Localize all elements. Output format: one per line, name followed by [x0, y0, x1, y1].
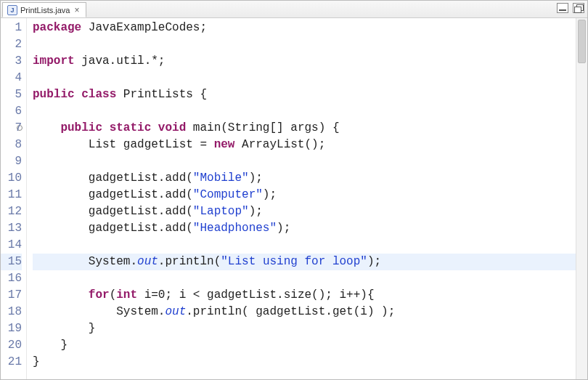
- line-number: 6: [1, 103, 22, 120]
- code-line[interactable]: System.out.println( gadgetList.get(i) );: [33, 304, 587, 320]
- window-controls: [557, 3, 584, 13]
- line-number: 7: [1, 120, 22, 137]
- line-number: 4: [1, 70, 22, 86]
- editor-tab[interactable]: J PrintLists.java ×: [2, 2, 86, 17]
- code-line[interactable]: [33, 237, 587, 254]
- code-line[interactable]: [33, 103, 587, 120]
- code-line[interactable]: }: [33, 354, 587, 371]
- line-number: 9: [1, 153, 22, 170]
- line-number: 16: [1, 270, 22, 287]
- line-number: 18: [1, 304, 22, 320]
- editor-area: 123456789101112131415161718192021 packag…: [1, 18, 587, 379]
- line-number: 19: [1, 320, 22, 337]
- line-number: 20: [1, 337, 22, 354]
- java-file-icon: J: [7, 5, 17, 15]
- code-line[interactable]: gadgetList.add("Computer");: [33, 187, 587, 203]
- line-number-gutter: 123456789101112131415161718192021: [1, 18, 27, 379]
- code-line[interactable]: package JavaExampleCodes;: [33, 20, 587, 36]
- code-line[interactable]: [33, 70, 587, 86]
- code-line[interactable]: public static void main(String[] args) {: [33, 120, 587, 137]
- line-number: 15: [1, 254, 22, 270]
- line-number: 2: [1, 36, 22, 53]
- code-line[interactable]: [33, 36, 587, 53]
- line-number: 11: [1, 187, 22, 203]
- scrollbar-thumb[interactable]: [578, 20, 586, 63]
- code-line[interactable]: import java.util.*;: [33, 53, 587, 70]
- close-tab-icon[interactable]: ×: [73, 5, 81, 15]
- line-number: 13: [1, 220, 22, 237]
- line-number: 14: [1, 237, 22, 254]
- line-number: 8: [1, 137, 22, 153]
- code-line[interactable]: System.out.println("List using for loop"…: [33, 254, 587, 270]
- tab-filename: PrintLists.java: [20, 6, 70, 15]
- vertical-scrollbar[interactable]: [576, 18, 587, 379]
- code-line[interactable]: }: [33, 337, 587, 354]
- code-content[interactable]: package JavaExampleCodes; import java.ut…: [27, 18, 587, 379]
- code-line[interactable]: gadgetList.add("Laptop");: [33, 203, 587, 220]
- code-line[interactable]: List gadgetList = new ArrayList();: [33, 137, 587, 153]
- line-number: 21: [1, 354, 22, 371]
- titlebar: J PrintLists.java ×: [1, 1, 587, 18]
- code-line[interactable]: gadgetList.add("Mobile");: [33, 170, 587, 187]
- line-number: 3: [1, 53, 22, 70]
- line-number: 12: [1, 203, 22, 220]
- minimize-button[interactable]: [557, 3, 568, 13]
- code-line[interactable]: for(int i=0; i < gadgetList.size(); i++)…: [33, 287, 587, 304]
- line-number: 1: [1, 20, 22, 36]
- line-number: 5: [1, 86, 22, 103]
- line-number: 10: [1, 170, 22, 187]
- code-line[interactable]: public class PrintLists {: [33, 86, 587, 103]
- line-number: 17: [1, 287, 22, 304]
- code-line[interactable]: [33, 153, 587, 170]
- restore-button[interactable]: [573, 3, 584, 13]
- code-line[interactable]: }: [33, 320, 587, 337]
- code-line[interactable]: gadgetList.add("Headphones");: [33, 220, 587, 237]
- code-line[interactable]: [33, 270, 587, 287]
